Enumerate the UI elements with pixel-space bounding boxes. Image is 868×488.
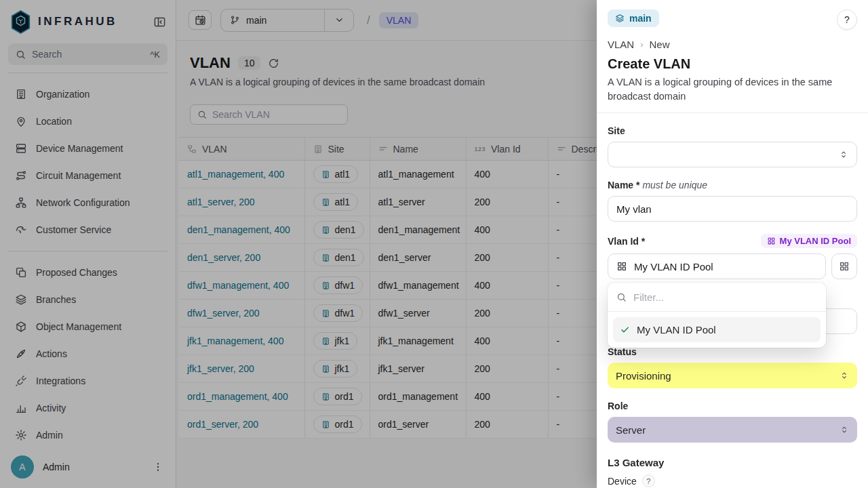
drawer-description: A VLAN is a logical grouping of devices … [608,75,857,103]
drawer-divider [597,113,868,113]
create-vlan-drawer: main ? VLAN › New Create VLAN A VLAN is … [597,0,868,488]
l3-gateway-heading: L3 Gateway [608,457,857,468]
status-select[interactable]: Provisioning [608,363,857,388]
device-help-icon[interactable]: ? [642,474,655,487]
grid-pool-icon [767,237,776,245]
vlan-id-field: Vlan Id * My VLAN ID Pool My VLAN ID Poo… [608,234,857,279]
name-input[interactable] [608,196,857,222]
pool-dropdown-options: My VLAN ID Pool [608,312,826,348]
grid-pool-icon [839,261,850,272]
required-marker: * [636,180,639,190]
pool-dropdown: My VLAN ID Pool [608,283,826,348]
pool-option-selected[interactable]: My VLAN ID Pool [613,317,821,342]
name-hint: must be unique [642,180,707,190]
branch-badge-label: main [629,13,652,24]
chevrons-up-down-icon [840,371,849,380]
vlan-id-pool-value: My VLAN ID Pool [634,261,713,272]
chevrons-up-down-icon [840,425,849,434]
layers-icon [615,14,625,23]
role-value: Server [616,424,646,436]
site-select[interactable] [608,142,857,167]
chevron-right-icon: › [640,39,643,49]
drawer-breadcrumb: VLAN › New [608,39,857,50]
required-marker: * [642,236,645,247]
pool-dropdown-filter [608,283,826,312]
device-label: Device [608,476,637,487]
check-icon [620,325,630,335]
status-label: Status [608,346,857,357]
site-field: Site [608,125,857,167]
branch-badge: main [608,9,659,27]
pool-picker-button[interactable] [831,253,857,279]
help-button[interactable]: ? [837,9,857,30]
status-field: Status Provisioning [608,346,857,388]
role-field: Role Server [608,401,857,443]
drawer-header: main ? [608,9,857,30]
name-label: Name * must be unique [608,180,857,190]
drawer-title: Create VLAN [608,56,857,72]
vlan-id-pool-select[interactable]: My VLAN ID Pool [608,253,826,279]
role-select[interactable]: Server [608,417,857,443]
name-field: Name * must be unique [608,180,857,222]
device-label-row: Device ? [608,474,857,487]
pool-badge[interactable]: My VLAN ID Pool [761,234,857,248]
vlan-id-combo-row: My VLAN ID Pool My VLAN ID Pool [608,253,857,279]
breadcrumb-parent[interactable]: VLAN [608,39,634,50]
grid-pool-icon [616,261,627,272]
pool-filter-input[interactable] [633,291,817,303]
status-value: Provisioning [616,370,671,382]
role-label: Role [608,401,857,411]
chevrons-up-down-icon [839,150,848,159]
search-icon [616,292,627,302]
breadcrumb-current: New [650,39,670,50]
vlan-id-label: Vlan Id * [608,236,645,247]
site-label: Site [608,125,857,136]
